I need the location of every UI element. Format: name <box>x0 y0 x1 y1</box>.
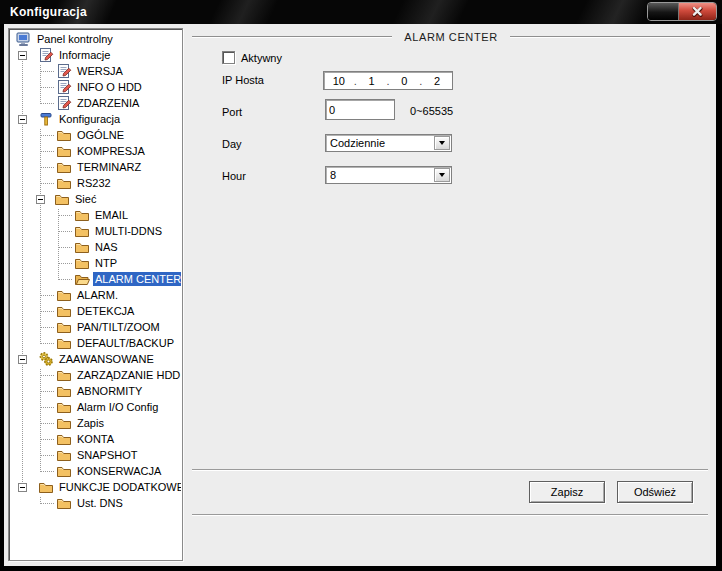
tree-item-label: Informacje <box>57 48 112 62</box>
port-label: Port <box>222 106 242 118</box>
tree-item-label: DEFAULT/BACKUP <box>75 336 176 350</box>
tools-icon <box>38 111 54 127</box>
tree-item[interactable]: KOMPRESJA <box>10 143 181 159</box>
alarm-center-panel: ALARM CENTER Aktywny IP Hosta 10.1.0.2 P… <box>186 24 716 566</box>
tree-item-label: Konfiguracja <box>57 112 122 126</box>
folder-icon <box>74 255 90 271</box>
tree-item[interactable]: MULTI-DDNS <box>10 223 181 239</box>
tree-item[interactable]: KONSERWACJA <box>10 463 181 479</box>
folder-icon <box>54 191 70 207</box>
ip-octet-1[interactable]: 10 <box>324 75 354 87</box>
day-dropdown-button[interactable] <box>434 136 450 150</box>
tree-item[interactable]: NTP <box>10 255 181 271</box>
tree-expander-minus[interactable] <box>18 115 27 124</box>
navigation-tree-panel: Panel kontrolnyInformacjeWERSJAINFO O HD… <box>8 28 183 561</box>
folder-icon <box>56 287 72 303</box>
save-button[interactable]: Zapisz <box>529 481 605 503</box>
close-icon <box>692 3 703 21</box>
tree-item[interactable]: ZARZĄDZANIE HDD <box>10 367 181 383</box>
tree-item-label: EMAIL <box>93 208 130 222</box>
folder-icon <box>56 175 72 191</box>
minimize-button[interactable] <box>648 3 678 20</box>
tree-item[interactable]: FUNKCJE DODATKOWE <box>10 479 181 495</box>
tree-expander-minus[interactable] <box>36 195 45 204</box>
folder-icon <box>56 383 72 399</box>
tree-item-label: PAN/TILT/ZOOM <box>75 320 162 334</box>
tree-item[interactable]: Panel kontrolny <box>10 31 181 47</box>
folder-icon <box>56 399 72 415</box>
tree-item[interactable]: DEFAULT/BACKUP <box>10 335 181 351</box>
tree-item[interactable]: ABNORMITY <box>10 383 181 399</box>
tree-item[interactable]: Sieć <box>10 191 181 207</box>
tree-item-label: Zapis <box>75 416 106 430</box>
computer-icon <box>16 31 32 47</box>
tree-item[interactable]: EMAIL <box>10 207 181 223</box>
document-edit-icon <box>56 95 72 111</box>
tree-item-label: DETEKCJA <box>75 304 136 318</box>
folder-icon <box>56 319 72 335</box>
tree-item[interactable]: SNAPSHOT <box>10 447 181 463</box>
folder-icon <box>38 479 54 495</box>
tree-item-label: Sieć <box>73 192 98 206</box>
close-button[interactable] <box>678 3 716 20</box>
day-dropdown-value: Codziennie <box>326 137 433 149</box>
tree-item[interactable]: PAN/TILT/ZOOM <box>10 319 181 335</box>
tree-item[interactable]: ZAAWANSOWANE <box>10 351 181 367</box>
tree-item-label: ALARM. <box>75 288 120 302</box>
ip-host-input[interactable]: 10.1.0.2 <box>323 71 453 90</box>
folder-icon <box>56 127 72 143</box>
separator-bottom <box>192 514 708 516</box>
tree-item-label: INFO O HDD <box>75 80 144 94</box>
tree-item[interactable]: Zapis <box>10 415 181 431</box>
tree-expander-minus[interactable] <box>18 355 27 364</box>
header-rule-right <box>510 36 710 38</box>
active-checkbox[interactable] <box>222 51 235 64</box>
tree-item[interactable]: ALARM CENTER <box>10 271 181 287</box>
folder-icon <box>74 223 90 239</box>
tree-item[interactable]: KONTA <box>10 431 181 447</box>
tree-item[interactable]: OGÓLNE <box>10 127 181 143</box>
folder-icon <box>56 143 72 159</box>
tree-item-label: RS232 <box>75 176 113 190</box>
tree-item-label: KONSERWACJA <box>75 464 163 478</box>
folder-icon <box>56 159 72 175</box>
tree-item[interactable]: RS232 <box>10 175 181 191</box>
folder-icon <box>56 367 72 383</box>
configuration-window: { "window": { "title": "Konfiguracja" },… <box>0 0 722 571</box>
tree-item-label: ZDARZENIA <box>75 96 141 110</box>
ip-octet-3[interactable]: 0 <box>390 75 420 87</box>
ip-octet-2[interactable]: 1 <box>357 75 387 87</box>
tree-item[interactable]: DETEKCJA <box>10 303 181 319</box>
tree-item[interactable]: Informacje <box>10 47 181 63</box>
chevron-down-icon <box>439 173 445 177</box>
tree-item[interactable]: Alarm I/O Config <box>10 399 181 415</box>
header-rule-left <box>192 36 392 38</box>
ip-octet-4[interactable]: 2 <box>422 75 452 87</box>
folder-icon <box>56 463 72 479</box>
tree-item-label: KONTA <box>75 432 116 446</box>
hour-dropdown-button[interactable] <box>434 168 450 182</box>
tree-expander-minus[interactable] <box>18 483 27 492</box>
hour-dropdown[interactable]: 8 <box>325 166 452 184</box>
hour-dropdown-value: 8 <box>326 169 433 181</box>
tree-item[interactable]: WERSJA <box>10 63 181 79</box>
tree-item[interactable]: TERMINARZ <box>10 159 181 175</box>
day-dropdown[interactable]: Codziennie <box>325 134 452 152</box>
tree-item-label: ALARM CENTER <box>93 272 181 286</box>
title-bar: Konfiguracja <box>0 0 722 24</box>
tree-expander-minus[interactable] <box>18 51 27 60</box>
separator-top <box>192 469 708 471</box>
tree-item-label: SNAPSHOT <box>75 448 140 462</box>
folder-icon <box>56 447 72 463</box>
folder-icon <box>56 415 72 431</box>
tree-item[interactable]: INFO O HDD <box>10 79 181 95</box>
day-label: Day <box>222 138 242 150</box>
port-input[interactable] <box>325 99 395 120</box>
tree-item-label: ABNORMITY <box>75 384 144 398</box>
refresh-button[interactable]: Odśwież <box>617 481 693 503</box>
tree-item[interactable]: ALARM. <box>10 287 181 303</box>
tree-item[interactable]: NAS <box>10 239 181 255</box>
tree-item[interactable]: Konfiguracja <box>10 111 181 127</box>
tree-item[interactable]: ZDARZENIA <box>10 95 181 111</box>
tree-item[interactable]: Ust. DNS <box>10 495 181 511</box>
